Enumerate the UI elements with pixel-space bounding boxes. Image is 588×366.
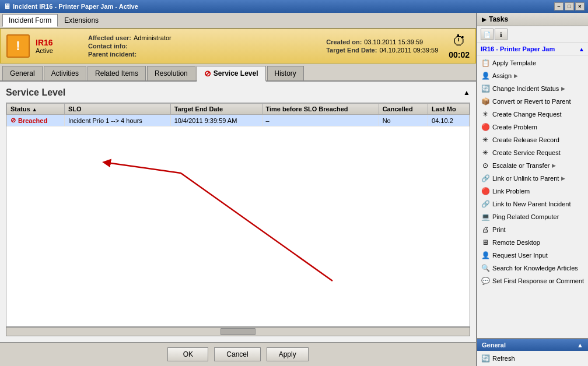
- set-first-response-icon: 💬: [481, 276, 490, 286]
- tab-activities[interactable]: Activities: [44, 66, 86, 80]
- task-item-create-change-request[interactable]: ✳Create Change Request: [477, 108, 588, 121]
- incident-title-link[interactable]: IR16 - Printer Paper Jam ▲: [481, 45, 584, 52]
- assign-label: Assign: [492, 72, 512, 79]
- contact-info-label: Contact info:: [88, 43, 128, 50]
- tab-history[interactable]: History: [267, 66, 304, 80]
- general-item-refresh[interactable]: 🔄 Refresh: [477, 352, 588, 365]
- app-icon: 🖥: [4, 2, 10, 10]
- refresh-label: Refresh: [492, 355, 515, 362]
- task-item-link-new-parent[interactable]: 🔗Link to New Parent Incident: [477, 198, 588, 210]
- task-item-escalate-transfer[interactable]: ⊙Escalate or Transfer ▶: [477, 159, 588, 172]
- maximize-button[interactable]: □: [565, 2, 574, 10]
- ok-button[interactable]: OK: [167, 347, 208, 361]
- cancel-button[interactable]: Cancel: [214, 347, 260, 361]
- remote-desktop-label: Remote Desktop: [492, 239, 540, 246]
- parent-incident-label: Parent incident:: [88, 51, 136, 58]
- col-cancelled[interactable]: Cancelled: [379, 104, 428, 115]
- tasks-header-arrow: ▶: [482, 16, 487, 23]
- task-item-link-unlink-parent[interactable]: 🔗Link or Unlink to Parent ▶: [477, 172, 588, 185]
- toolbar-page-icon[interactable]: 📄: [481, 29, 494, 40]
- tab-related-items[interactable]: Related Items: [88, 66, 146, 80]
- general-collapse-icon: ▲: [577, 342, 583, 349]
- content-area: Service Level ▲ Status ▲ S: [0, 82, 476, 342]
- task-item-create-problem[interactable]: 🔴Create Problem: [477, 121, 588, 133]
- escalate-transfer-icon: ⊙: [481, 161, 490, 170]
- task-item-apply-template[interactable]: 📋Apply Template: [477, 57, 588, 69]
- incident-header: ! IR16 Active Affected user: Administrat…: [0, 29, 476, 64]
- incident-status: Active: [36, 47, 82, 54]
- refresh-icon: 🔄: [481, 354, 490, 363]
- affected-user-label: Affected user:: [88, 34, 131, 41]
- col-last-mod[interactable]: Last Mo: [428, 104, 470, 115]
- main-container: Incident Form Extensions ! IR16 Active A…: [0, 13, 588, 366]
- section-header: Service Level ▲: [6, 87, 470, 98]
- general-header[interactable]: General ▲: [477, 339, 588, 351]
- col-status[interactable]: Status ▲: [7, 104, 65, 115]
- clock-time: 00:02: [449, 50, 470, 59]
- tab-resolution[interactable]: Resolution: [147, 66, 195, 80]
- incident-id: IR16: [36, 38, 82, 47]
- task-item-remote-desktop[interactable]: 🖥Remote Desktop: [477, 236, 588, 249]
- incident-warning-icon: !: [6, 34, 30, 58]
- task-item-create-release-record[interactable]: ✳Create Release Record: [477, 133, 588, 146]
- task-item-set-first-response[interactable]: 💬Set First Response or Comment: [477, 274, 588, 287]
- tab-service-level[interactable]: ⊘ Service Level: [197, 66, 266, 82]
- task-item-link-problem[interactable]: 🔴Link Problem: [477, 185, 588, 198]
- table-scrollbar[interactable]: [6, 327, 470, 336]
- general-section: General ▲ 🔄 Refresh: [477, 338, 588, 366]
- link-problem-icon: 🔴: [481, 186, 490, 196]
- tasks-header: ▶ Tasks: [477, 13, 588, 26]
- task-item-print[interactable]: 🖨Print: [477, 223, 588, 236]
- incident-title-collapse: ▲: [579, 46, 584, 52]
- request-user-input-icon: 👤: [481, 251, 490, 260]
- assign-arrow: ▶: [514, 73, 518, 79]
- link-unlink-parent-arrow: ▶: [561, 175, 565, 181]
- section-title: Service Level: [6, 87, 65, 98]
- table-row[interactable]: ⊘ Breached Incident Prio 1 --> 4 hours 1…: [7, 115, 470, 126]
- toolbar-info-icon[interactable]: ℹ: [495, 29, 508, 40]
- tabs-bar: General Activities Related Items Resolut…: [0, 64, 476, 82]
- convert-revert-icon: 📦: [481, 97, 490, 106]
- link-problem-label: Link Problem: [492, 188, 530, 195]
- task-item-ping-computer[interactable]: 💻Ping Related Computer: [477, 210, 588, 223]
- create-change-request-label: Create Change Request: [492, 111, 562, 118]
- task-item-assign[interactable]: 👤Assign ▶: [477, 69, 588, 82]
- task-item-search-knowledge[interactable]: 🔍Search for Knowledge Articles: [477, 262, 588, 274]
- search-knowledge-label: Search for Knowledge Articles: [492, 265, 578, 272]
- cell-slo: Incident Prio 1 --> 4 hours: [64, 115, 170, 126]
- ping-computer-icon: 💻: [481, 212, 490, 221]
- collapse-button[interactable]: ▲: [463, 89, 470, 97]
- link-new-parent-label: Link to New Parent Incident: [492, 200, 571, 207]
- right-toolbar: 📄 ℹ: [477, 26, 588, 43]
- col-slo[interactable]: SLO: [64, 104, 170, 115]
- task-list: 📋Apply Template👤Assign ▶🔄Change Incident…: [477, 55, 588, 338]
- clock-icon: ⏱: [452, 33, 466, 49]
- minimize-button[interactable]: −: [554, 2, 564, 10]
- close-button[interactable]: ×: [575, 2, 584, 10]
- task-item-convert-revert[interactable]: 📦Convert or Revert to Parent: [477, 95, 588, 108]
- tab-general[interactable]: General: [2, 66, 43, 80]
- cell-last-mod: 04.10.2: [428, 115, 470, 126]
- create-service-request-label: Create Service Request: [492, 149, 561, 156]
- menu-item-extensions[interactable]: Extensions: [58, 14, 105, 27]
- change-incident-status-label: Change Incident Status: [492, 85, 559, 92]
- ping-computer-label: Ping Related Computer: [492, 213, 559, 220]
- escalate-transfer-label: Escalate or Transfer: [492, 162, 550, 169]
- task-item-change-incident-status[interactable]: 🔄Change Incident Status ▶: [477, 82, 588, 95]
- create-change-request-icon: ✳: [481, 110, 490, 119]
- print-label: Print: [492, 226, 506, 233]
- link-new-parent-icon: 🔗: [481, 199, 490, 209]
- col-time-before-breach[interactable]: Time before SLO Breached: [262, 104, 379, 115]
- data-table-wrapper[interactable]: Status ▲ SLO Target End Date: [6, 103, 470, 327]
- left-pane-wrapper: Incident Form Extensions ! IR16 Active A…: [0, 13, 477, 366]
- scroll-thumb[interactable]: [220, 328, 256, 335]
- apply-template-icon: 📋: [481, 58, 490, 68]
- task-item-request-user-input[interactable]: 👤Request User Input: [477, 249, 588, 262]
- search-knowledge-icon: 🔍: [481, 263, 490, 273]
- apply-template-label: Apply Template: [492, 59, 536, 66]
- menu-item-incident-form[interactable]: Incident Form: [2, 14, 58, 27]
- task-item-create-service-request[interactable]: ✳Create Service Request: [477, 146, 588, 159]
- col-target-end-date[interactable]: Target End Date: [170, 104, 262, 115]
- apply-button[interactable]: Apply: [267, 347, 309, 361]
- tasks-header-label: Tasks: [489, 15, 508, 23]
